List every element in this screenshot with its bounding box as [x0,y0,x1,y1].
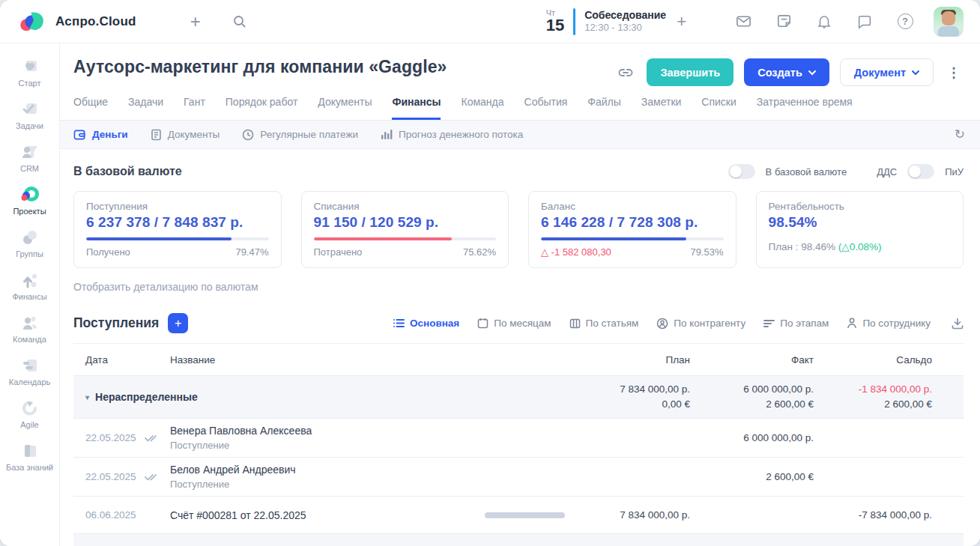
dds-piu-toggle[interactable] [907,164,934,179]
table-group-row[interactable]: ▾ Нераспределенные 7 834 000,00 р. 0,00 … [73,376,964,419]
tab-zadachi[interactable]: Задачи [128,96,163,120]
invoice-progress-pill [485,512,565,518]
copy-link-icon[interactable] [615,62,636,83]
groups-icon [20,228,40,246]
receipts-views: Основная По месяцам По статьям По к [393,318,964,330]
expenses-progress-bar [314,237,497,240]
wallet-icon [73,129,86,141]
tasks-icon [20,100,40,118]
view-by-month[interactable]: По месяцам [477,318,551,329]
sidebar-item-start[interactable]: Старт [1,52,58,94]
view-by-stages[interactable]: По этапам [763,318,829,329]
tab-dokumenty[interactable]: Документы [318,96,372,120]
sidebar-item-knowledge-base[interactable]: База знаний [1,437,58,478]
receipts-table: Дата Название План Факт Сальдо ▾ Нераспр… [73,343,964,546]
view-by-employee[interactable]: По сотруднику [847,318,931,329]
table-row[interactable]: 06.06.2025 Счёт #000281 от 22.05.2025 7 … [73,497,964,534]
sidebar-item-agile[interactable]: Agile [1,394,58,435]
add-receipt-button[interactable]: + [168,313,188,333]
refresh-icon[interactable]: ↻ [955,127,965,142]
tab-finansy[interactable]: Финансы [392,96,441,120]
currency-detail-link[interactable]: Отобразить детализацию по валютам [73,281,964,293]
finance-icon [20,271,40,289]
sidebar-item-projects[interactable]: Проекты [1,181,58,222]
person-circle-icon [656,318,668,330]
view-by-items[interactable]: По статьям [569,318,639,329]
balance-delta: △ -1 582 080,30 [541,246,611,258]
agile-icon [20,399,40,417]
card-profitability: Рентабельность 98.54% План : 98.46% (△0.… [756,191,964,268]
piu-label[interactable]: ПиУ [945,166,964,178]
tab-sobytiya[interactable]: События [524,96,568,120]
view-by-counterparty[interactable]: По контрагенту [656,318,745,330]
paid-check-icon [145,433,170,443]
subtab-regular-payments[interactable]: Регулярные платежи [242,129,358,141]
col-saldo[interactable]: Сальдо [814,354,964,365]
subtab-cashflow-forecast[interactable]: Прогноз денежного потока [381,129,523,140]
tab-faily[interactable]: Файлы [587,96,620,120]
calendar-nav-icon [20,357,40,374]
subtab-documents[interactable]: Документы [151,129,220,141]
sidebar: Старт Задачи CRM Проекты [0,43,60,546]
chevron-down-icon [808,69,816,76]
col-fact[interactable]: Факт [690,354,814,365]
calendar-date: Чт 15 [546,9,564,34]
create-button[interactable]: Создать [744,58,829,86]
col-plan[interactable]: План [574,354,690,365]
person-icon [847,318,857,329]
tab-obshchie[interactable]: Общие [73,96,108,120]
bar-chart-icon [381,129,393,140]
col-name[interactable]: Название [170,354,480,365]
receipts-heading: Поступления [73,315,159,331]
search-icon[interactable] [232,14,247,29]
notes-icon[interactable] [775,13,793,31]
table-header-row: Дата Название План Факт Сальдо [73,344,964,376]
calendar-event[interactable]: Собеседование 12:30 - 13:30 [584,9,666,34]
tab-spiski[interactable]: Списки [701,96,736,120]
table-row[interactable]: 22.05.2025 Венера Павловна Алексеева Пос… [73,419,964,458]
document-button[interactable]: Документ [840,58,934,86]
next-group-row-partial [73,534,964,546]
tab-poryadok-rabot[interactable]: Порядок работ [226,96,298,120]
start-icon [20,58,40,76]
mail-icon[interactable] [734,13,752,31]
paid-check-icon [145,472,170,482]
team-icon [20,314,40,332]
help-icon[interactable]: ? [896,13,914,31]
tab-zametki[interactable]: Заметки [641,96,682,120]
export-download-icon[interactable] [952,318,964,330]
subtab-money[interactable]: Деньги [73,129,128,141]
user-avatar[interactable] [934,7,964,37]
base-currency-toggle[interactable] [728,164,755,179]
global-add-icon[interactable]: + [190,13,201,31]
calendar-accent-bar [573,8,575,35]
sidebar-item-tasks[interactable]: Задачи [1,95,58,136]
col-date[interactable]: Дата [73,354,145,365]
calendar-widget[interactable]: Чт 15 Собеседование 12:30 - 13:30 + [546,8,686,35]
tab-komanda[interactable]: Команда [461,96,503,120]
calendar-day: 15 [546,17,564,34]
sidebar-item-calendar[interactable]: Календарь [1,351,58,392]
chat-icon[interactable] [856,13,874,31]
knowledge-base-icon [20,442,40,460]
profitability-delta: (△0.08%) [838,241,882,252]
tab-zatrachennoe-vremya[interactable]: Затраченное время [757,96,853,120]
notifications-bell-icon[interactable] [815,13,833,31]
sidebar-item-crm[interactable]: CRM [1,138,58,179]
view-main[interactable]: Основная [393,318,459,329]
table-row[interactable]: 22.05.2025 Белов Андрей Андреевич Поступ… [73,458,964,497]
finish-button[interactable]: Завершить [647,58,734,86]
dds-label[interactable]: ДДС [877,166,897,178]
collapse-triangle-icon[interactable]: ▾ [85,393,89,401]
app-name: Аспро.Cloud [55,14,136,29]
event-title: Собеседование [584,9,666,22]
sidebar-item-finance[interactable]: Финансы [1,266,58,307]
topbar: Аспро.Cloud + Чт 15 Собеседование 12:30 … [0,0,980,43]
tab-gant[interactable]: Гант [184,96,205,120]
clock-icon [242,129,254,141]
sidebar-item-team[interactable]: Команда [1,309,58,350]
add-event-icon[interactable]: + [677,13,686,30]
receipts-progress-bar [86,237,269,240]
more-actions-icon[interactable]: ⋮ [944,64,964,81]
sidebar-item-groups[interactable]: Группы [1,223,58,264]
